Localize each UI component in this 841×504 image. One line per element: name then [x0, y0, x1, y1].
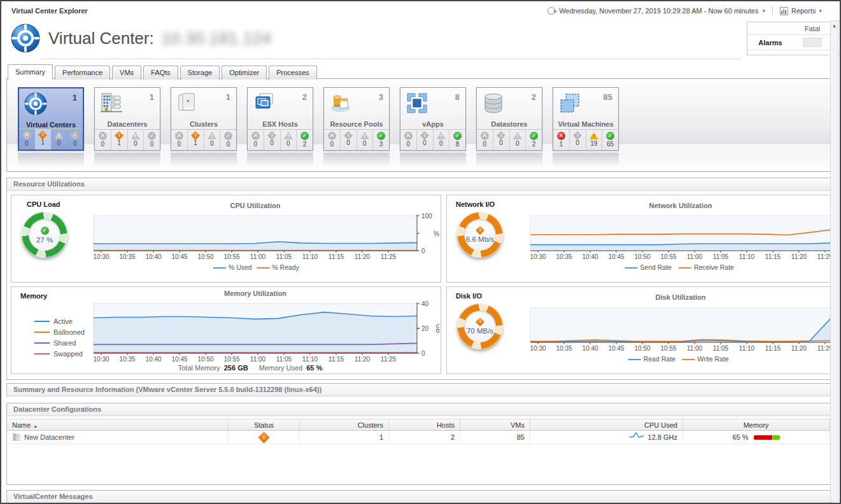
status-cell-fatal[interactable]: ✕0 [477, 130, 493, 150]
tile-datacenters[interactable]: 1Datacenters✕0!1!0✓0 [94, 87, 160, 151]
tile-esx-hosts[interactable]: 2ESX Hosts✕0!0!0✓2 [247, 87, 313, 151]
status-cell-critical[interactable]: !0 [340, 130, 357, 150]
status-cell-normal[interactable]: ✓65 [602, 130, 618, 150]
column-header-name[interactable]: Name▲ [7, 419, 229, 430]
tile-vapps[interactable]: 8vApps✕0!0!0✓8 [400, 87, 466, 151]
status-cell-normal[interactable]: ✓2 [296, 130, 313, 150]
status-cell-critical[interactable]: !0 [264, 130, 280, 150]
svg-text:10:55: 10:55 [223, 253, 239, 260]
tile-virtual-machines[interactable]: 85Virtual Machines✕1!0!19✓65 [553, 87, 619, 151]
status-cell-critical[interactable]: !0 [493, 130, 509, 150]
normal-status-icon: ✓ [300, 132, 309, 140]
memory-label: Memory [20, 292, 47, 300]
normal-status-icon: ✓ [377, 132, 385, 140]
alarms-fatal-count[interactable] [803, 38, 822, 47]
svg-text:11:25: 11:25 [817, 253, 831, 260]
status-cell-critical[interactable]: !0 [416, 130, 433, 150]
status-count: 0 [270, 139, 274, 146]
vertical-scrollbar[interactable]: ▲ [830, 20, 838, 501]
tab-performance[interactable]: Performance [55, 66, 110, 80]
svg-text:0: 0 [421, 350, 425, 357]
svg-text:11:05: 11:05 [276, 253, 292, 260]
summary-resource-info-panel[interactable]: Summary and Resource Information (VMware… [6, 383, 832, 396]
status-cell-warning[interactable]: !0 [509, 130, 526, 150]
status-cell-fatal[interactable]: ✕0 [95, 130, 111, 150]
status-cell-normal[interactable]: ✓3 [372, 130, 389, 150]
status-cell-warning[interactable]: !0 [280, 130, 297, 150]
svg-text:10:45: 10:45 [608, 345, 624, 352]
svg-text:10:40: 10:40 [145, 253, 161, 260]
column-header-status[interactable]: Status [229, 419, 300, 430]
svg-text:10:55: 10:55 [223, 356, 239, 363]
status-cell-fatal[interactable]: ✕1 [553, 130, 569, 150]
virtual-machine-icon [558, 91, 583, 116]
status-cell-normal[interactable]: ✓0 [220, 130, 236, 150]
status-count: 0 [73, 140, 77, 147]
critical-status-icon: ! [420, 131, 429, 140]
tab-storage[interactable]: Storage [180, 66, 220, 80]
status-count: 0 [499, 139, 503, 146]
reports-button[interactable]: Reports ▾ [780, 7, 822, 15]
status-cell-warning[interactable]: !0 [357, 130, 373, 150]
status-cell-fatal[interactable]: ✕0 [171, 130, 187, 150]
tile-virtual-centers[interactable]: 1Virtual Centers✕0!1!0✓0 [18, 87, 84, 151]
status-cell-critical[interactable]: !1 [34, 129, 50, 150]
datacenter-name-cell[interactable]: New Datacenter [7, 431, 229, 444]
status-cell-fatal[interactable]: ✕0 [248, 130, 264, 150]
column-header-vms[interactable]: VMs [460, 419, 530, 430]
column-header-memory[interactable]: Memory [683, 419, 830, 430]
warning-status-icon: ! [360, 132, 369, 139]
column-header-hosts[interactable]: Hosts [389, 419, 460, 430]
status-cell-fatal[interactable]: ✕0 [324, 130, 340, 150]
tab-vms[interactable]: VMs [112, 66, 141, 80]
status-cell-warning[interactable]: !0 [433, 130, 449, 150]
tab-summary[interactable]: Summary [8, 64, 53, 80]
status-count: 0 [363, 140, 367, 147]
tile-resource-pools[interactable]: 3Resource Pools✕0!0!0✓3 [323, 87, 390, 151]
status-cell-warning[interactable]: !0 [204, 130, 220, 150]
cluster-icon [176, 91, 201, 116]
time-range-selector[interactable]: Wednesday, November 27, 2019 10:29:28 AM… [548, 7, 765, 15]
legend-label: Swapped [53, 350, 83, 358]
tab-optimizer[interactable]: Optimizer [222, 66, 267, 80]
warning-status-icon: ! [437, 132, 446, 139]
tile-datastores[interactable]: 2Datastores✕0!0!0✓2 [476, 87, 542, 151]
tab-faqts[interactable]: FAQts [143, 66, 178, 80]
status-cell-normal[interactable]: ✓8 [449, 130, 465, 150]
column-header-cpu-used[interactable]: CPU Used [530, 419, 683, 430]
status-cell-fatal[interactable]: ✕0 [400, 130, 416, 150]
status-count: 8 [456, 141, 460, 148]
svg-text:10:35: 10:35 [119, 253, 135, 260]
tile-clusters[interactable]: 1Clusters✕0!1!0✓0 [171, 87, 237, 151]
tile-count: 2 [532, 92, 536, 102]
chevron-down-icon: ▾ [762, 8, 765, 14]
table-row-new-datacenter[interactable]: New Datacenter!128512.8 GHz65 % [7, 431, 831, 444]
svg-text:10:35: 10:35 [556, 253, 572, 260]
svg-text:11:00: 11:00 [687, 253, 703, 260]
object-tiles-band: 1Virtual Centers✕0!1!0✓01Datacenters✕0!1… [6, 78, 832, 172]
status-cell-warning[interactable]: !0 [127, 130, 144, 150]
normal-status-icon: ✓ [453, 132, 462, 140]
status-cell-fatal[interactable]: ✕0 [19, 129, 34, 150]
column-header-clusters[interactable]: Clusters [300, 419, 389, 430]
status-cell-critical[interactable]: !0 [569, 130, 586, 150]
status-cell-normal[interactable]: ✓0 [143, 130, 160, 150]
tab-processes[interactable]: Processes [269, 66, 316, 80]
svg-text:11:00: 11:00 [250, 356, 266, 363]
status-cell-critical[interactable]: !1 [187, 130, 204, 150]
status-cell-warning[interactable]: !0 [51, 129, 67, 150]
scroll-up-arrow[interactable]: ▲ [831, 21, 838, 30]
status-cell-normal[interactable]: ✓2 [525, 130, 542, 150]
datacenter-configurations-header: Datacenter Configurations [7, 403, 831, 416]
vcenter-address-redacted: 10.30.181.124 [162, 29, 272, 48]
status-cell-normal[interactable]: ✓0 [67, 129, 83, 150]
status-cell-critical[interactable]: !1 [111, 130, 127, 150]
svg-text:11:25: 11:25 [381, 253, 397, 260]
resource-pool-icon [329, 91, 354, 116]
tile-reflection [94, 153, 160, 167]
virtualcenter-messages-panel[interactable]: VirtualCenter Messages [6, 490, 832, 504]
tile-label: Datacenters [95, 120, 160, 128]
tile-count: 1 [150, 92, 154, 102]
page-title: Virtual Center: [48, 29, 154, 48]
status-cell-warning[interactable]: !19 [586, 130, 602, 150]
